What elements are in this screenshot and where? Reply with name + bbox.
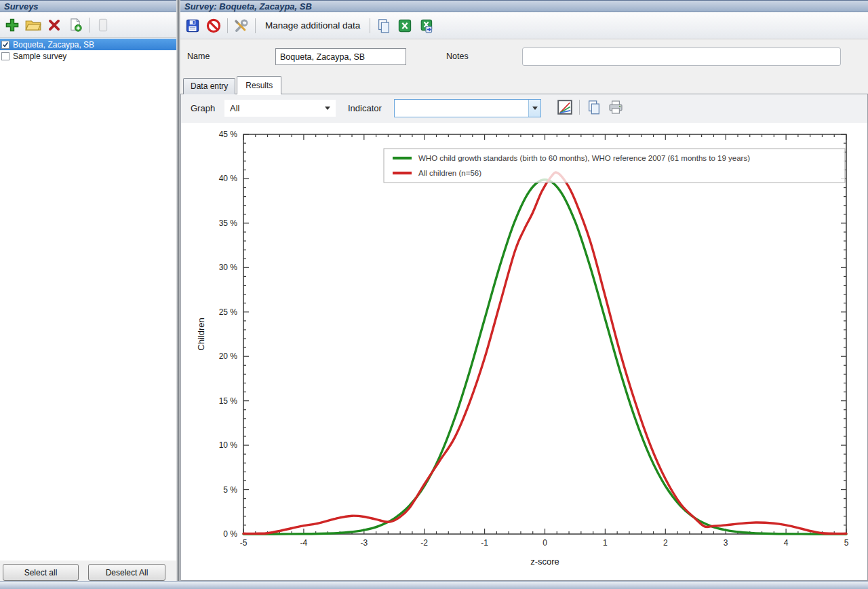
y-tick-label: 30 % — [219, 263, 238, 272]
export-excel-report-button[interactable] — [416, 16, 435, 35]
print-graph-button[interactable] — [606, 98, 625, 117]
x-tick-label: -3 — [360, 538, 368, 548]
y-tick-label: 35 % — [219, 218, 238, 228]
y-tick-label: 5 % — [223, 485, 237, 495]
tools-wrench-icon — [233, 18, 250, 34]
y-axis-label: Children — [196, 318, 206, 350]
copy-graph-button[interactable] — [585, 98, 604, 117]
x-tick-label: 5 — [844, 538, 849, 548]
survey-checkbox[interactable] — [1, 41, 9, 49]
cancel-button[interactable] — [204, 16, 223, 35]
name-input[interactable] — [275, 48, 406, 65]
x-tick-label: 1 — [603, 538, 608, 548]
y-tick-label: 10 % — [219, 440, 238, 450]
document-icon — [96, 18, 111, 33]
x-tick-label: 3 — [724, 538, 728, 548]
name-label: Name — [187, 52, 210, 61]
printer-icon — [608, 99, 624, 115]
survey-report-button[interactable] — [94, 16, 113, 35]
survey-list: Boqueta, Zacaypa, SBSample survey — [0, 39, 176, 560]
survey-toolbar: Manage additional data — [180, 12, 868, 39]
chevron-down-icon — [325, 107, 330, 110]
survey-detail-panel: Survey: Boqueta, Zacaypa, SB — [180, 0, 868, 581]
toolbar-separator — [579, 100, 580, 115]
x-tick-label: -4 — [300, 538, 308, 548]
x-tick-label: -1 — [481, 538, 488, 548]
manage-additional-data-button[interactable]: Manage additional data — [260, 18, 366, 33]
tab-results[interactable]: Results — [237, 76, 281, 94]
new-document-icon — [68, 18, 83, 33]
indicator-select[interactable] — [394, 99, 541, 117]
graph-settings-button[interactable] — [555, 98, 574, 117]
x-axis-label: z-score — [530, 556, 559, 567]
toolbar-separator — [89, 18, 90, 33]
delete-x-icon — [47, 18, 61, 32]
surveys-toolbar — [0, 12, 176, 38]
chevron-down-icon — [532, 107, 538, 110]
indicator-label: Indicator — [348, 103, 382, 113]
graph-settings-icon — [557, 99, 573, 115]
y-tick-label: 20 % — [219, 352, 238, 361]
excel-export-icon — [418, 18, 433, 33]
y-tick-label: 25 % — [219, 307, 238, 317]
status-bar — [0, 581, 868, 589]
excel-icon — [397, 18, 412, 33]
application-window: Surveys — [0, 0, 868, 589]
y-tick-label: 40 % — [219, 174, 238, 183]
x-tick-label: -2 — [420, 538, 428, 548]
graph-select[interactable]: All — [224, 100, 336, 117]
surveys-panel: Surveys — [0, 0, 176, 581]
export-excel-button[interactable] — [395, 16, 414, 35]
results-tab-panel: Graph All Indicator — [180, 94, 868, 581]
survey-checkbox[interactable] — [1, 52, 9, 60]
tab-data-entry[interactable]: Data entry — [183, 78, 235, 94]
survey-label: Boqueta, Zacaypa, SB — [13, 40, 94, 50]
survey-list-buttons: Select all Deselect All — [3, 564, 165, 581]
x-tick-label: 4 — [784, 538, 789, 548]
copy-button[interactable] — [374, 16, 393, 35]
save-button[interactable] — [183, 16, 202, 35]
series-line-who-reference — [243, 180, 846, 534]
survey-list-item[interactable]: Boqueta, Zacaypa, SB — [0, 39, 176, 50]
open-survey-button[interactable] — [24, 16, 43, 35]
cancel-no-entry-icon — [206, 18, 221, 33]
toolbar-separator — [370, 18, 370, 33]
legend-label: WHO child growth standards (birth to 60 … — [418, 154, 750, 162]
indicator-dropdown-button[interactable] — [528, 100, 540, 117]
add-survey-button[interactable] — [3, 16, 22, 35]
survey-label: Sample survey — [13, 52, 66, 61]
graph-select-value: All — [230, 103, 239, 113]
add-plus-icon — [5, 18, 20, 33]
delete-survey-button[interactable] — [45, 16, 64, 35]
survey-panel-title: Survey: Boqueta, Zacaypa, SB — [180, 0, 868, 12]
notes-input[interactable] — [522, 48, 841, 66]
surveys-panel-title-text: Surveys — [4, 1, 39, 12]
y-tick-label: 15 % — [219, 396, 238, 406]
survey-list-item[interactable]: Sample survey — [0, 50, 176, 62]
copy-icon — [376, 18, 391, 33]
x-tick-label: 0 — [542, 538, 547, 548]
survey-panel-title-text: Survey: Boqueta, Zacaypa, SB — [184, 1, 312, 12]
legend-label: All children (n=56) — [418, 169, 481, 177]
indicator-select-value — [395, 100, 528, 117]
select-all-button[interactable]: Select all — [3, 564, 79, 581]
chart-area: -5-4-3-2-10123450 %5 %10 %15 %20 %25 %30… — [181, 123, 867, 580]
notes-label: Notes — [446, 52, 469, 61]
save-floppy-icon — [185, 18, 200, 33]
distribution-chart: -5-4-3-2-10123450 %5 %10 %15 %20 %25 %30… — [181, 128, 868, 580]
surveys-panel-title: Surveys — [0, 0, 176, 12]
deselect-all-button[interactable]: Deselect All — [88, 564, 165, 581]
copy-icon — [587, 100, 601, 115]
open-folder-icon — [25, 18, 41, 33]
graph-label: Graph — [191, 103, 215, 113]
plot-frame — [243, 134, 846, 534]
series-line-all-children — [243, 172, 846, 533]
options-button[interactable] — [232, 16, 251, 35]
survey-form-row: Name Notes — [180, 39, 868, 76]
toolbar-separator — [255, 18, 256, 33]
tab-bar: Data entryResults — [183, 76, 283, 94]
x-tick-label: -5 — [240, 538, 248, 548]
toolbar-separator — [227, 18, 228, 33]
duplicate-survey-button[interactable] — [66, 16, 85, 35]
y-tick-label: 0 % — [223, 529, 237, 539]
